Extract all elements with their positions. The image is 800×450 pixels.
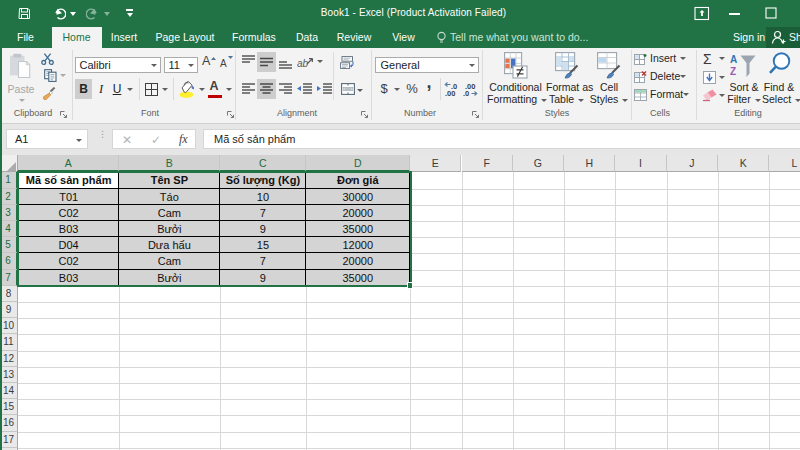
column-header-K[interactable]: K: [718, 155, 769, 172]
column-header-E[interactable]: E: [410, 155, 461, 172]
name-box[interactable]: A1: [6, 129, 88, 149]
row-header-6[interactable]: 6: [0, 253, 18, 269]
format-as-table-button[interactable]: Format as Table: [546, 50, 587, 106]
cut-icon[interactable]: [41, 53, 54, 65]
insert-function-icon[interactable]: fx: [179, 132, 188, 147]
paste-button[interactable]: Paste: [6, 51, 36, 107]
cell-B2[interactable]: Táo: [119, 189, 220, 205]
cell-B3[interactable]: Cam: [119, 205, 220, 221]
font-family-select[interactable]: Calibri: [75, 57, 161, 73]
tab-formulas[interactable]: Formulas: [228, 27, 280, 48]
cell-A6[interactable]: C02: [19, 253, 119, 269]
column-header-L[interactable]: L: [769, 155, 800, 172]
fill-dropdown-icon[interactable]: [719, 76, 725, 79]
formula-bar-splitter[interactable]: ⋮: [98, 132, 100, 146]
cell-B5[interactable]: Dưa hấu: [119, 237, 220, 253]
increase-font-size-button[interactable]: A: [202, 54, 217, 72]
autosum-dropdown-icon[interactable]: [719, 57, 725, 60]
underline-dropdown-icon[interactable]: [127, 88, 133, 91]
cell-A1[interactable]: Mã số sản phẩm: [19, 173, 119, 188]
cell-B4[interactable]: Bưởi: [119, 221, 220, 237]
row-header-11[interactable]: 11: [0, 334, 18, 350]
accounting-format-button[interactable]: $: [378, 79, 390, 99]
copy-dropdown-icon[interactable]: [60, 74, 66, 77]
italic-button[interactable]: I: [95, 79, 107, 99]
wrap-text-icon[interactable]: [340, 56, 354, 69]
tab-home[interactable]: Home: [52, 27, 102, 48]
share-button[interactable]: Share: [766, 27, 800, 48]
cell-C1[interactable]: Số lượng (Kg): [220, 173, 306, 188]
cell-C7[interactable]: 9: [220, 270, 306, 286]
clear-icon[interactable]: [702, 89, 717, 102]
row-header-14[interactable]: 14: [0, 383, 18, 399]
row-header-7[interactable]: 7: [0, 270, 18, 286]
cell-B1[interactable]: Tên SP: [119, 173, 220, 188]
row-header-15[interactable]: 15: [0, 399, 18, 415]
cell-styles-button[interactable]: Cell Styles: [589, 50, 629, 106]
cell-C2[interactable]: 10: [220, 189, 306, 205]
percent-style-button[interactable]: %: [404, 79, 420, 99]
borders-icon[interactable]: [145, 83, 158, 96]
cell-A7[interactable]: B03: [19, 270, 119, 286]
fill-handle[interactable]: [407, 282, 414, 289]
row-header-4[interactable]: 4: [0, 221, 18, 237]
formula-input[interactable]: Mã số sản phẩm: [203, 129, 800, 149]
tab-page-layout[interactable]: Page Layout: [151, 27, 219, 48]
tellme-label[interactable]: Tell me what you want to do...: [450, 27, 588, 48]
row-header-16[interactable]: 16: [0, 415, 18, 431]
comma-style-button[interactable]: ,: [423, 72, 435, 92]
font-color-icon[interactable]: A: [207, 79, 221, 94]
copy-icon[interactable]: [44, 69, 57, 82]
row-header-5[interactable]: 5: [0, 237, 18, 253]
cell-D6[interactable]: 20000: [306, 253, 410, 269]
tab-file[interactable]: File: [8, 27, 43, 48]
number-format-select[interactable]: General: [375, 57, 479, 73]
decrease-font-size-button[interactable]: A: [220, 58, 235, 74]
decrease-indent-icon[interactable]: [296, 83, 312, 95]
cell-A5[interactable]: D04: [19, 237, 119, 253]
cell-D7[interactable]: 35000: [306, 270, 410, 286]
cell-A3[interactable]: C02: [19, 205, 119, 221]
cell-B6[interactable]: Cam: [119, 253, 220, 269]
format-painter-icon[interactable]: [41, 87, 56, 101]
row-header-8[interactable]: 8: [0, 286, 18, 302]
tab-data[interactable]: Data: [287, 27, 327, 48]
conditional-formatting-button[interactable]: Conditional Formatting: [487, 50, 544, 106]
column-header-C[interactable]: C: [220, 155, 306, 172]
cancel-icon[interactable]: ✕: [122, 133, 132, 147]
sign-in-button[interactable]: Sign in: [733, 27, 765, 48]
row-header-2[interactable]: 2: [0, 189, 18, 205]
cell-A4[interactable]: B03: [19, 221, 119, 237]
cell-D2[interactable]: 30000: [306, 189, 410, 205]
find-select-button[interactable]: Find & Select: [762, 50, 796, 106]
column-header-B[interactable]: B: [119, 155, 220, 172]
cell-C4[interactable]: 9: [220, 221, 306, 237]
column-header-I[interactable]: I: [615, 155, 666, 172]
column-header-J[interactable]: J: [667, 155, 718, 172]
fill-down-icon[interactable]: [703, 71, 716, 84]
clipboard-dialog-launcher-icon[interactable]: [59, 110, 68, 119]
column-header-G[interactable]: G: [513, 155, 564, 172]
cell-C6[interactable]: 7: [220, 253, 306, 269]
autosum-button[interactable]: Σ: [703, 50, 717, 68]
alignment-dialog-launcher-icon[interactable]: [360, 110, 369, 119]
worksheet-grid[interactable]: ABCDEFGHIJKL123456789101112131415161718M…: [0, 155, 800, 450]
column-header-F[interactable]: F: [462, 155, 513, 172]
merge-center-dropdown-icon[interactable]: [357, 89, 363, 92]
ribbon-display-options-icon[interactable]: [694, 6, 710, 21]
align-left-icon[interactable]: [242, 83, 255, 95]
font-size-select[interactable]: 11: [164, 57, 198, 73]
minimize-icon[interactable]: [729, 13, 740, 15]
row-header-9[interactable]: 9: [0, 302, 18, 318]
tab-review[interactable]: Review: [331, 27, 377, 48]
row-header-3[interactable]: 3: [0, 205, 18, 221]
bold-button[interactable]: B: [75, 79, 92, 99]
merge-center-icon[interactable]: [341, 83, 355, 95]
tab-insert[interactable]: Insert: [101, 27, 147, 48]
clear-dropdown-icon[interactable]: [719, 94, 725, 97]
accounting-dropdown-icon[interactable]: [394, 88, 400, 91]
increase-decimal-icon[interactable]: .0.00: [444, 81, 460, 97]
underline-button[interactable]: U: [110, 79, 124, 99]
cell-D4[interactable]: 35000: [306, 221, 410, 237]
increase-indent-icon[interactable]: [316, 83, 332, 95]
